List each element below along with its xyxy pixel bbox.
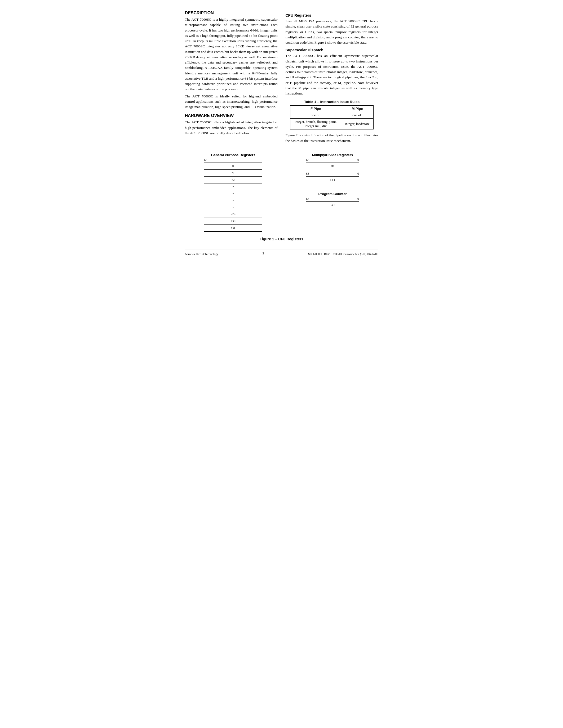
table-row: integer, branch, floating-point,integer … [291,119,374,129]
lo-label-left: 63 [306,172,309,176]
gpr-title: General Purpose Registers [211,153,255,157]
hardware-overview-para-1: The ACT 7000SC offers a high-level of in… [185,120,277,136]
table-header-mpipe: M Pipe [341,106,373,112]
main-content: DESCRIPTION The ACT 7000SC is a highly i… [185,11,378,145]
footer-doc-info: SCD7000SC REV B 7/30/01 Plainview NY (51… [308,252,378,255]
lo-width-label: 63 0 [306,172,359,176]
table-row: HI [306,163,359,170]
table-row: one of: one of: [291,112,374,119]
table-row: r29 [204,211,262,218]
lo-label-right: 0 [358,172,359,176]
program-counter-title: Program Counter [319,192,347,196]
table-title: Table 1 – Instruction Issue Rules [286,100,378,104]
cpu-registers-title: CPU Registers [286,13,378,17]
table-cell: one of: [341,112,373,119]
left-column: DESCRIPTION The ACT 7000SC is a highly i… [185,11,277,137]
table-cell: integer, load/store [341,119,373,129]
right-column: CPU Registers Like all MIPS ISA processo… [286,11,378,145]
table-row: • [204,197,262,204]
footer: Aeroflex Circuit Technology 2 SCD7000SC … [185,249,378,255]
table-cell: integer, branch, floating-point,integer … [291,119,341,129]
program-counter-group: Program Counter 63 0 PC [306,192,359,209]
gpr-table: 0 r1 r2 • • • • r29 r30 r31 [204,163,262,232]
gpr-reg-r31: r31 [204,224,262,231]
table-row: LO [306,176,359,184]
pc-label-left: 63 [306,197,309,201]
table-row: r31 [204,224,262,231]
gpr-label-left: 63 [204,158,207,162]
table-row: r2 [204,176,262,183]
footer-left: Aeroflex Circuit Technology [185,252,218,255]
table-cell: one of: [291,112,341,119]
gpr-reg-dot2: • [204,190,262,197]
gpr-group: General Purpose Registers 63 0 0 r1 r2 •… [204,153,262,232]
table-header-fpipe: F Pipe [291,106,341,112]
gpr-reg-dot4: • [204,204,262,211]
gpr-reg-r29: r29 [204,211,262,218]
gpr-width-label: 63 0 [204,158,262,162]
gpr-reg-dot3: • [204,197,262,204]
superscalar-title: Superscalar Dispatch [286,48,378,52]
table-row: PC [306,201,359,209]
pc-label-right: 0 [358,197,359,201]
gpr-label-right: 0 [261,158,262,162]
description-para-1: The ACT 7000SC is a highly integrated sy… [185,17,277,92]
description-title: DESCRIPTION [185,11,277,15]
description-para-2: The ACT 7000SC is ideally suited for hig… [185,94,277,110]
hi-label-left: 63 [306,158,309,162]
page: DESCRIPTION The ACT 7000SC is a highly i… [185,11,378,255]
table-row: • [204,190,262,197]
footer-company: Aeroflex Circuit Technology [185,252,218,255]
gpr-reg-r1: r1 [204,169,262,176]
table-row: r30 [204,218,262,224]
pc-reg: PC [306,201,359,209]
hi-table: HI [306,163,359,170]
hi-width-label: 63 0 [306,158,359,162]
hi-reg: HI [306,163,359,170]
table-row: • [204,204,262,211]
superscalar-para-1: The ACT 7000SC has an efficient symmetri… [286,53,378,96]
pipeline-note-para: Figure 2 is a simplification of the pipe… [286,133,378,143]
multiply-divide-group: Multiply/Divide Registers 63 0 HI 63 0 [306,153,359,184]
right-diagrams: Multiply/Divide Registers 63 0 HI 63 0 [306,153,359,209]
gpr-reg-r30: r30 [204,218,262,224]
gpr-reg-dot1: • [204,183,262,190]
figure-section: General Purpose Registers 63 0 0 r1 r2 •… [185,153,378,232]
hi-label-right: 0 [358,158,359,162]
gpr-reg-0: 0 [204,163,262,169]
table-row: r1 [204,169,262,176]
pc-width-label: 63 0 [306,197,359,201]
table-row: 0 [204,163,262,169]
multiply-divide-title: Multiply/Divide Registers [312,153,353,157]
pc-table: PC [306,201,359,209]
lo-reg: LO [306,176,359,184]
hardware-overview-title: HARDWARE OVERVIEW [185,113,277,118]
table-row: • [204,183,262,190]
figure-caption: Figure 1 – CP0 Registers [185,237,378,241]
issue-rules-table: F Pipe M Pipe one of: one of: integer, b… [290,105,374,129]
footer-page-number: 2 [262,251,264,255]
cpu-registers-para-1: Like all MIPS ISA processors, the ACT 70… [286,19,378,45]
lo-table: LO [306,176,359,184]
gpr-reg-r2: r2 [204,176,262,183]
